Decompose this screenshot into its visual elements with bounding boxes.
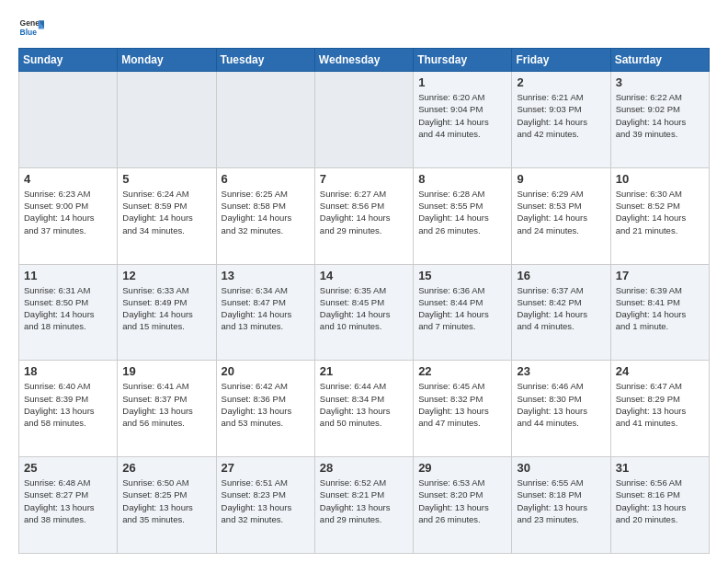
day-number: 27	[222, 461, 310, 475]
day-number: 28	[320, 461, 408, 475]
day-number: 13	[222, 269, 310, 282]
weekday-friday: Friday	[512, 49, 610, 72]
day-info: Sunrise: 6:25 AM Sunset: 8:58 PM Dayligh…	[222, 188, 310, 236]
day-number: 3	[616, 75, 704, 89]
calendar-cell: 24Sunrise: 6:47 AM Sunset: 8:29 PM Dayli…	[610, 361, 709, 457]
day-number: 14	[320, 269, 408, 282]
day-info: Sunrise: 6:56 AM Sunset: 8:16 PM Dayligh…	[616, 477, 704, 525]
day-info: Sunrise: 6:53 AM Sunset: 8:20 PM Dayligh…	[418, 477, 506, 525]
calendar-cell: 15Sunrise: 6:36 AM Sunset: 8:44 PM Dayli…	[414, 264, 512, 361]
day-info: Sunrise: 6:36 AM Sunset: 8:44 PM Dayligh…	[418, 284, 506, 333]
calendar-cell	[314, 72, 413, 168]
day-number: 7	[320, 172, 408, 186]
calendar-cell: 7Sunrise: 6:27 AM Sunset: 8:56 PM Daylig…	[314, 167, 413, 264]
calendar-cell: 8Sunrise: 6:28 AM Sunset: 8:55 PM Daylig…	[414, 167, 512, 264]
day-number: 15	[418, 269, 506, 282]
day-number: 17	[616, 269, 704, 282]
calendar-cell: 22Sunrise: 6:45 AM Sunset: 8:32 PM Dayli…	[414, 361, 512, 457]
weekday-tuesday: Tuesday	[216, 49, 314, 72]
day-info: Sunrise: 6:47 AM Sunset: 8:29 PM Dayligh…	[616, 380, 704, 429]
day-info: Sunrise: 6:46 AM Sunset: 8:30 PM Dayligh…	[517, 380, 605, 429]
calendar-cell: 27Sunrise: 6:51 AM Sunset: 8:23 PM Dayli…	[216, 457, 314, 554]
day-number: 4	[24, 172, 112, 186]
day-info: Sunrise: 6:37 AM Sunset: 8:42 PM Dayligh…	[517, 284, 605, 333]
calendar-cell	[216, 72, 314, 168]
day-info: Sunrise: 6:21 AM Sunset: 9:03 PM Dayligh…	[517, 91, 605, 140]
logo-icon: General Blue	[18, 15, 44, 40]
calendar-cell: 6Sunrise: 6:25 AM Sunset: 8:58 PM Daylig…	[216, 167, 314, 264]
logo: General Blue	[18, 15, 44, 40]
calendar-week-4: 18Sunrise: 6:40 AM Sunset: 8:39 PM Dayli…	[19, 361, 710, 457]
day-number: 1	[418, 75, 506, 89]
calendar-cell: 11Sunrise: 6:31 AM Sunset: 8:50 PM Dayli…	[19, 264, 118, 361]
day-number: 18	[24, 364, 112, 378]
calendar-cell: 19Sunrise: 6:41 AM Sunset: 8:37 PM Dayli…	[118, 361, 216, 457]
calendar-week-3: 11Sunrise: 6:31 AM Sunset: 8:50 PM Dayli…	[19, 264, 710, 361]
day-info: Sunrise: 6:52 AM Sunset: 8:21 PM Dayligh…	[320, 477, 408, 525]
calendar-cell: 9Sunrise: 6:29 AM Sunset: 8:53 PM Daylig…	[512, 167, 610, 264]
day-number: 20	[222, 364, 310, 378]
day-info: Sunrise: 6:44 AM Sunset: 8:34 PM Dayligh…	[320, 380, 408, 429]
day-info: Sunrise: 6:48 AM Sunset: 8:27 PM Dayligh…	[24, 477, 112, 525]
day-number: 21	[320, 364, 408, 378]
day-info: Sunrise: 6:31 AM Sunset: 8:50 PM Dayligh…	[24, 284, 112, 333]
calendar-cell	[118, 72, 216, 168]
calendar-cell: 14Sunrise: 6:35 AM Sunset: 8:45 PM Dayli…	[314, 264, 413, 361]
day-number: 30	[517, 461, 605, 475]
calendar-cell: 26Sunrise: 6:50 AM Sunset: 8:25 PM Dayli…	[118, 457, 216, 554]
calendar-cell: 5Sunrise: 6:24 AM Sunset: 8:59 PM Daylig…	[118, 167, 216, 264]
day-info: Sunrise: 6:22 AM Sunset: 9:02 PM Dayligh…	[616, 91, 704, 140]
day-info: Sunrise: 6:34 AM Sunset: 8:47 PM Dayligh…	[222, 284, 310, 333]
calendar-cell: 13Sunrise: 6:34 AM Sunset: 8:47 PM Dayli…	[216, 264, 314, 361]
weekday-thursday: Thursday	[414, 49, 512, 72]
calendar-cell: 28Sunrise: 6:52 AM Sunset: 8:21 PM Dayli…	[314, 457, 413, 554]
day-info: Sunrise: 6:20 AM Sunset: 9:04 PM Dayligh…	[418, 91, 506, 140]
day-number: 5	[122, 172, 210, 186]
day-info: Sunrise: 6:55 AM Sunset: 8:18 PM Dayligh…	[517, 477, 605, 525]
calendar-cell: 21Sunrise: 6:44 AM Sunset: 8:34 PM Dayli…	[314, 361, 413, 457]
day-info: Sunrise: 6:29 AM Sunset: 8:53 PM Dayligh…	[517, 188, 605, 236]
day-info: Sunrise: 6:45 AM Sunset: 8:32 PM Dayligh…	[418, 380, 506, 429]
day-number: 8	[418, 172, 506, 186]
calendar-table: SundayMondayTuesdayWednesdayThursdayFrid…	[18, 48, 710, 554]
calendar-cell: 25Sunrise: 6:48 AM Sunset: 8:27 PM Dayli…	[19, 457, 118, 554]
day-number: 26	[122, 461, 210, 475]
calendar-cell: 30Sunrise: 6:55 AM Sunset: 8:18 PM Dayli…	[512, 457, 610, 554]
calendar-cell: 16Sunrise: 6:37 AM Sunset: 8:42 PM Dayli…	[512, 264, 610, 361]
day-info: Sunrise: 6:50 AM Sunset: 8:25 PM Dayligh…	[122, 477, 210, 525]
day-number: 9	[517, 172, 605, 186]
day-number: 16	[517, 269, 605, 282]
calendar-cell: 31Sunrise: 6:56 AM Sunset: 8:16 PM Dayli…	[610, 457, 709, 554]
weekday-monday: Monday	[118, 49, 216, 72]
calendar-cell	[19, 72, 118, 168]
calendar-cell: 3Sunrise: 6:22 AM Sunset: 9:02 PM Daylig…	[610, 72, 709, 168]
calendar-cell: 23Sunrise: 6:46 AM Sunset: 8:30 PM Dayli…	[512, 361, 610, 457]
day-info: Sunrise: 6:28 AM Sunset: 8:55 PM Dayligh…	[418, 188, 506, 236]
calendar-cell: 4Sunrise: 6:23 AM Sunset: 9:00 PM Daylig…	[19, 167, 118, 264]
day-number: 29	[418, 461, 506, 475]
day-info: Sunrise: 6:30 AM Sunset: 8:52 PM Dayligh…	[616, 188, 704, 236]
day-number: 24	[616, 364, 704, 378]
calendar-cell: 10Sunrise: 6:30 AM Sunset: 8:52 PM Dayli…	[610, 167, 709, 264]
day-info: Sunrise: 6:40 AM Sunset: 8:39 PM Dayligh…	[24, 380, 112, 429]
weekday-header-row: SundayMondayTuesdayWednesdayThursdayFrid…	[19, 49, 710, 72]
day-info: Sunrise: 6:27 AM Sunset: 8:56 PM Dayligh…	[320, 188, 408, 236]
day-info: Sunrise: 6:41 AM Sunset: 8:37 PM Dayligh…	[122, 380, 210, 429]
day-number: 2	[517, 75, 605, 89]
day-number: 6	[222, 172, 310, 186]
calendar-cell: 12Sunrise: 6:33 AM Sunset: 8:49 PM Dayli…	[118, 264, 216, 361]
weekday-sunday: Sunday	[19, 49, 118, 72]
day-number: 22	[418, 364, 506, 378]
day-number: 25	[24, 461, 112, 475]
day-info: Sunrise: 6:51 AM Sunset: 8:23 PM Dayligh…	[222, 477, 310, 525]
day-info: Sunrise: 6:35 AM Sunset: 8:45 PM Dayligh…	[320, 284, 408, 333]
day-number: 12	[122, 269, 210, 282]
day-info: Sunrise: 6:42 AM Sunset: 8:36 PM Dayligh…	[222, 380, 310, 429]
calendar-cell: 2Sunrise: 6:21 AM Sunset: 9:03 PM Daylig…	[512, 72, 610, 168]
day-info: Sunrise: 6:23 AM Sunset: 9:00 PM Dayligh…	[24, 188, 112, 236]
day-info: Sunrise: 6:39 AM Sunset: 8:41 PM Dayligh…	[616, 284, 704, 333]
calendar-cell: 20Sunrise: 6:42 AM Sunset: 8:36 PM Dayli…	[216, 361, 314, 457]
calendar-week-5: 25Sunrise: 6:48 AM Sunset: 8:27 PM Dayli…	[19, 457, 710, 554]
calendar-cell: 29Sunrise: 6:53 AM Sunset: 8:20 PM Dayli…	[414, 457, 512, 554]
day-info: Sunrise: 6:24 AM Sunset: 8:59 PM Dayligh…	[122, 188, 210, 236]
